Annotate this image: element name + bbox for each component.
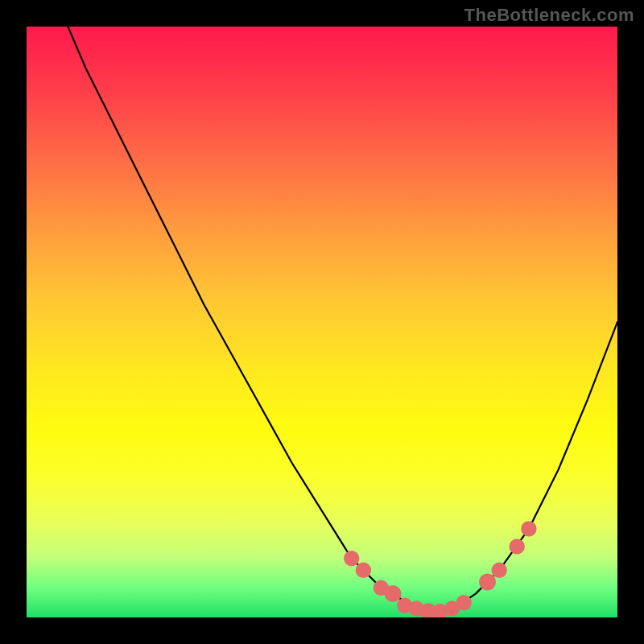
marker-dot (521, 521, 536, 536)
watermark-text: TheBottleneck.com (464, 5, 634, 26)
marker-dot (492, 563, 507, 578)
bottleneck-curve (68, 27, 617, 612)
chart-container: TheBottleneck.com (0, 0, 644, 644)
marker-dot (344, 551, 359, 566)
marker-dots (344, 521, 537, 617)
marker-dot (510, 539, 525, 554)
plot-area (27, 27, 617, 617)
chart-svg (27, 27, 617, 617)
marker-dot (479, 574, 496, 591)
marker-dot (356, 563, 371, 578)
marker-dot (385, 585, 402, 602)
marker-dot (456, 595, 472, 610)
